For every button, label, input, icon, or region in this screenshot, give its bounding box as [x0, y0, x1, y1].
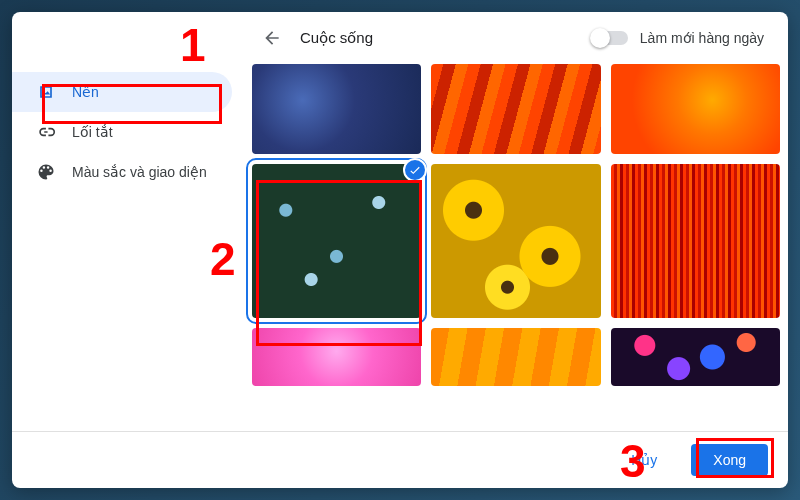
- done-button[interactable]: Xong: [691, 444, 768, 476]
- dialog-body: Nền Lối tắt Màu sắc và giao diện: [12, 64, 788, 431]
- dialog-header: Cuộc sống Làm mới hàng ngày: [12, 12, 788, 64]
- dialog-footer: Hủy Xong: [12, 431, 788, 488]
- category-title: Cuộc sống: [300, 29, 576, 47]
- daily-refresh-toggle[interactable]: [592, 31, 628, 45]
- back-button[interactable]: [260, 26, 284, 50]
- sidebar-item-background[interactable]: Nền: [12, 72, 232, 112]
- background-gallery[interactable]: [244, 64, 788, 431]
- thumbnail[interactable]: [611, 328, 780, 386]
- sidebar-item-label: Nền: [72, 84, 99, 100]
- arrow-left-icon: [262, 28, 282, 48]
- cancel-button[interactable]: Hủy: [609, 444, 679, 476]
- link-icon: [36, 122, 56, 142]
- sidebar-item-label: Màu sắc và giao diện: [72, 164, 207, 180]
- sidebar-item-theme[interactable]: Màu sắc và giao diện: [12, 152, 232, 192]
- palette-icon: [36, 162, 56, 182]
- sidebar: Nền Lối tắt Màu sắc và giao diện: [12, 64, 244, 431]
- thumbnail[interactable]: [252, 64, 421, 154]
- thumbnail[interactable]: [431, 64, 600, 154]
- sidebar-item-shortcuts[interactable]: Lối tắt: [12, 112, 232, 152]
- thumbnail[interactable]: [431, 328, 600, 386]
- check-icon: [403, 158, 427, 182]
- thumbnail[interactable]: [611, 164, 780, 318]
- customize-dialog: Cuộc sống Làm mới hàng ngày Nền Lối tắt: [12, 12, 788, 488]
- thumbnail[interactable]: [431, 164, 600, 318]
- thumbnail[interactable]: [611, 64, 780, 154]
- image-icon: [36, 82, 56, 102]
- sidebar-item-label: Lối tắt: [72, 124, 113, 140]
- daily-refresh-label: Làm mới hàng ngày: [640, 30, 764, 46]
- daily-refresh-toggle-group: Làm mới hàng ngày: [592, 30, 764, 46]
- thumbnail-selected[interactable]: [252, 164, 421, 318]
- thumbnail[interactable]: [252, 328, 421, 386]
